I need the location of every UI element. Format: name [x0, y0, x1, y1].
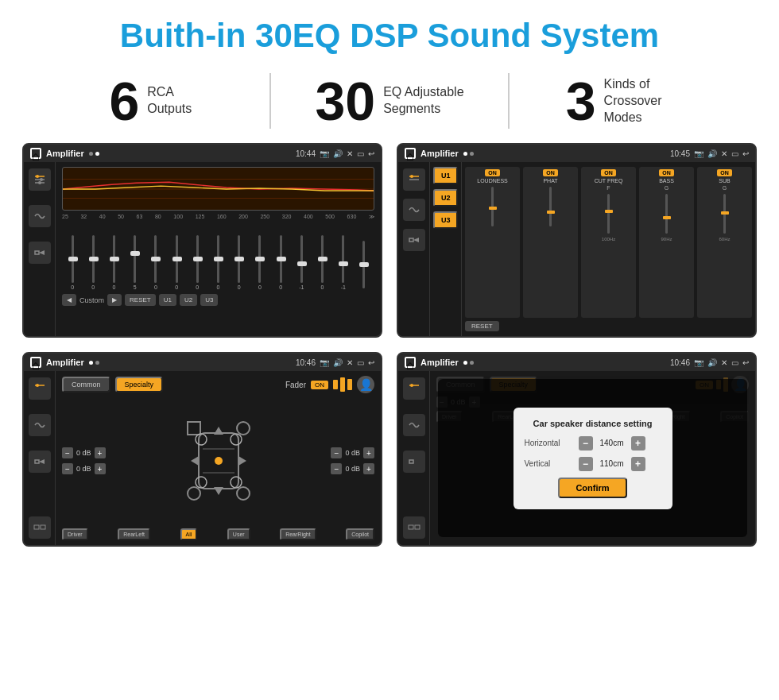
module-bass: ON BASS G 90Hz	[639, 167, 694, 318]
dist-sidebar-btn-4[interactable]	[403, 516, 425, 539]
db-plus-fr[interactable]: +	[363, 447, 374, 458]
on-badge-sub[interactable]: ON	[717, 169, 732, 176]
label-user[interactable]: User	[227, 528, 250, 540]
fader-sidebar-btn-1[interactable]	[29, 377, 51, 400]
eq-sidebar	[24, 162, 56, 336]
sub-fader[interactable]	[723, 194, 726, 234]
confirm-button[interactable]: Confirm	[558, 478, 626, 498]
on-badge-phat[interactable]: ON	[543, 169, 558, 176]
on-badge-bass[interactable]: ON	[659, 169, 674, 176]
loudness-fader[interactable]	[491, 187, 494, 226]
status-dots-2	[463, 152, 474, 156]
eq-play-btn[interactable]: ▶	[107, 294, 122, 306]
fader-col-12: -1	[291, 235, 312, 290]
u2-button[interactable]: U2	[433, 189, 458, 207]
cutfreq-fader[interactable]	[607, 194, 610, 234]
window-icon-4[interactable]: ▭	[731, 358, 738, 367]
eq-sidebar-btn-2[interactable]	[29, 205, 51, 227]
eq-graph	[62, 167, 374, 211]
stat-rca: 6 RCAOutputs	[32, 74, 269, 128]
cross-sidebar-btn-2[interactable]	[403, 199, 425, 221]
svg-rect-6	[35, 251, 39, 254]
fader-sidebar-btn-3[interactable]	[29, 451, 51, 473]
back-icon-1[interactable]: ↩	[368, 149, 374, 158]
stat-crossover-desc: Kinds ofCrossover Modes	[604, 76, 692, 126]
dist-sidebar-btn-3[interactable]	[403, 451, 425, 473]
fader-sidebar-btn-4[interactable]	[29, 516, 51, 539]
fader-bar-visual	[333, 377, 352, 392]
svg-rect-17	[34, 525, 39, 529]
home-icon-1[interactable]: ⌂	[30, 148, 41, 159]
on-badge-cutfreq[interactable]: ON	[601, 169, 616, 176]
home-icon-3[interactable]: ⌂	[30, 357, 41, 368]
cross-sidebar-btn-1[interactable]	[403, 168, 425, 191]
tab-specialty-fader[interactable]: Specialty	[115, 377, 164, 393]
on-badge-loudness[interactable]: ON	[485, 169, 500, 176]
db-minus-rl[interactable]: −	[62, 463, 73, 474]
home-icon-4[interactable]: ⌂	[405, 357, 416, 368]
window-icon-3[interactable]: ▭	[357, 358, 364, 367]
page-title: Buith-in 30EQ DSP Sound System	[0, 0, 779, 62]
close-icon-2[interactable]: ✕	[721, 149, 727, 158]
label-rearright[interactable]: RearRight	[280, 528, 316, 540]
close-icon-4[interactable]: ✕	[721, 358, 727, 367]
fader-sidebar-btn-2[interactable]	[29, 414, 51, 436]
eq-sidebar-btn-3[interactable]	[29, 242, 51, 264]
stat-rca-desc: RCAOutputs	[147, 84, 192, 118]
eq-u1-btn[interactable]: U1	[159, 294, 176, 306]
db-minus-fl[interactable]: −	[62, 447, 73, 458]
dist-sidebar-btn-2[interactable]	[403, 414, 425, 436]
vol-icon-2: 🔊	[707, 149, 717, 158]
vertical-plus[interactable]: +	[631, 457, 645, 471]
db-control-rr: − 0 dB +	[331, 463, 374, 474]
label-all[interactable]: All	[180, 528, 198, 540]
app-title-3: Amplifier	[46, 358, 84, 367]
u3-button[interactable]: U3	[433, 211, 458, 229]
fader-col-14: -1	[333, 235, 354, 290]
close-icon-1[interactable]: ✕	[347, 149, 353, 158]
dist-sidebar-btn-1[interactable]	[403, 377, 425, 400]
tab-common-fader[interactable]: Common	[62, 377, 110, 393]
back-icon-4[interactable]: ↩	[742, 358, 749, 367]
eq-prev-btn[interactable]: ◀	[62, 294, 76, 306]
label-rearleft[interactable]: RearLeft	[118, 528, 150, 540]
label-copilot[interactable]: Copilot	[346, 528, 374, 540]
home-icon-2[interactable]: ⌂	[405, 148, 416, 159]
dot-7	[463, 361, 467, 365]
vertical-minus[interactable]: −	[579, 457, 593, 471]
db-plus-rl[interactable]: +	[95, 463, 106, 474]
distance-modal: Car speaker distance setting Horizontal …	[514, 408, 672, 509]
cross-reset-btn[interactable]: RESET	[465, 321, 499, 331]
window-icon-1[interactable]: ▭	[357, 149, 364, 158]
fader-on-badge[interactable]: ON	[311, 381, 328, 389]
vertical-label: Vertical	[525, 459, 572, 468]
window-icon-2[interactable]: ▭	[731, 149, 738, 158]
back-icon-3[interactable]: ↩	[368, 358, 374, 367]
close-icon-3[interactable]: ✕	[347, 358, 353, 367]
eq-u3-btn[interactable]: U3	[200, 294, 218, 306]
dot-8	[470, 361, 474, 365]
horizontal-minus[interactable]: −	[579, 436, 593, 451]
db-minus-fr[interactable]: −	[331, 447, 342, 458]
cross-main: ON LOUDNESS ON PHAT ON	[462, 162, 755, 336]
label-driver[interactable]: Driver	[62, 528, 88, 540]
db-minus-rr[interactable]: −	[331, 463, 342, 474]
back-icon-2[interactable]: ↩	[742, 149, 749, 158]
person-icon[interactable]: 👤	[357, 376, 374, 393]
eq-sidebar-btn-1[interactable]	[29, 168, 51, 191]
eq-u2-btn[interactable]: U2	[180, 294, 197, 306]
svg-point-3	[36, 175, 39, 178]
cross-sidebar-btn-3[interactable]	[403, 229, 425, 251]
db-plus-rr[interactable]: +	[363, 463, 374, 474]
horizontal-plus[interactable]: +	[631, 436, 645, 451]
bass-fader[interactable]	[665, 194, 668, 234]
phat-fader[interactable]	[549, 187, 552, 226]
cross-controls: ON LOUDNESS ON PHAT ON	[465, 167, 752, 318]
fader-col-1: 0	[62, 235, 83, 290]
fader-col-13: 0	[312, 235, 332, 290]
db-plus-fl[interactable]: +	[95, 447, 106, 458]
horizontal-value: 140cm	[596, 439, 628, 447]
u1-button[interactable]: U1	[433, 167, 458, 184]
app-title-2: Amplifier	[421, 149, 459, 158]
eq-reset-btn[interactable]: RESET	[125, 294, 156, 306]
